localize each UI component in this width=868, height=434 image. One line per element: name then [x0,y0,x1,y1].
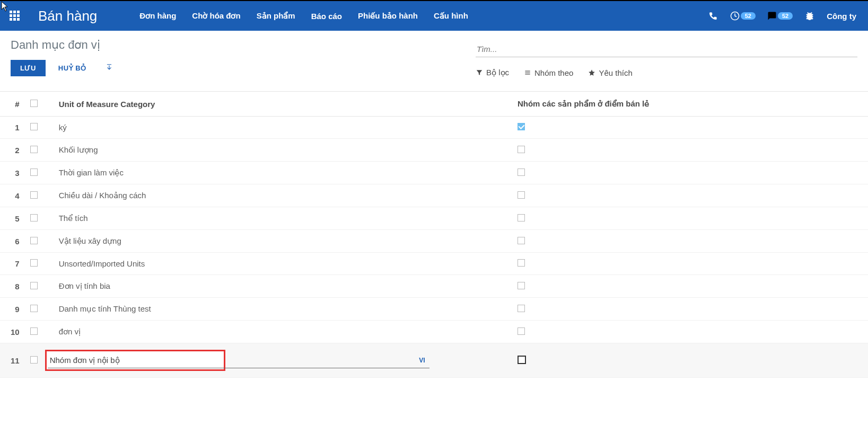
svg-rect-6 [10,18,12,21]
table-row[interactable]: 6Vật liệu xây dựng [0,230,868,253]
group-checkbox[interactable] [518,191,525,199]
row-name-cell[interactable]: Chiều dài / Khoảng cách [43,184,512,207]
filter-label: Bộ lọc [486,68,509,77]
group-checkbox[interactable] [518,356,526,364]
row-name-cell[interactable]: đơn vị [43,321,512,343]
search-input[interactable] [476,41,857,57]
row-select-checkbox[interactable] [30,191,38,199]
svg-rect-7 [13,18,16,21]
row-select-cell [25,230,43,253]
row-select-cell [25,275,43,298]
row-select-cell [25,343,43,378]
row-index: 2 [0,139,25,162]
svg-rect-5 [17,14,20,17]
svg-rect-8 [17,18,20,21]
row-group-cell [512,298,868,321]
select-all-checkbox[interactable] [30,100,38,107]
filter-button[interactable]: Bộ lọc [476,68,509,77]
row-group-cell [512,139,868,162]
row-group-cell [512,207,868,230]
table-row[interactable]: 8Đơn vị tính bia [0,275,868,298]
row-name-cell[interactable]: Vật liệu xây dựng [43,230,512,253]
star-icon [588,69,595,76]
row-select-checkbox[interactable] [30,123,38,130]
group-checkbox[interactable] [518,214,525,222]
nav-item-reports[interactable]: Báo cáo [304,7,349,25]
row-select-checkbox[interactable] [30,169,38,176]
nav-item-invoice[interactable]: Chờ hóa đơn [185,7,248,25]
group-checkbox[interactable] [518,327,525,335]
activity-badge: 52 [741,12,756,20]
translate-button[interactable]: VI [417,357,427,364]
row-select-checkbox[interactable] [30,305,38,312]
row-index: 11 [0,343,25,378]
row-name-cell[interactable]: Thể tích [43,207,512,230]
row-select-checkbox[interactable] [30,214,38,222]
row-group-cell [512,343,868,378]
row-select-checkbox[interactable] [30,327,38,335]
apps-menu-button[interactable] [0,1,30,31]
row-index: 9 [0,298,25,321]
table-row[interactable]: 4Chiều dài / Khoảng cách [0,184,868,207]
groupby-button[interactable]: Nhóm theo [524,68,573,77]
nav-item-orders[interactable]: Đơn hàng [132,7,183,25]
row-name-cell[interactable]: Thời gian làm việc [43,162,512,184]
table-row[interactable]: 5Thể tích [0,207,868,230]
svg-rect-1 [13,11,16,13]
row-select-checkbox[interactable] [30,146,38,153]
column-header-name[interactable]: Unit of Measure Category [43,92,512,117]
column-header-index[interactable]: # [0,92,25,117]
nav-item-warranty[interactable]: Phiếu bảo hành [350,7,425,25]
group-checkbox[interactable] [518,259,525,267]
table-row[interactable]: 3Thời gian làm việc [0,162,868,184]
svg-rect-0 [10,11,12,13]
row-select-cell [25,321,43,343]
export-button[interactable] [99,59,119,77]
table-row[interactable]: 1ký [0,117,868,139]
company-switcher[interactable]: Công ty [827,12,856,21]
row-select-checkbox[interactable] [30,356,38,364]
group-checkbox[interactable] [518,123,525,130]
row-index: 7 [0,253,25,275]
list-icon [524,69,531,76]
group-checkbox[interactable] [518,282,525,289]
group-checkbox[interactable] [518,169,525,176]
group-checkbox[interactable] [518,237,525,244]
row-group-cell [512,275,868,298]
group-checkbox[interactable] [518,305,525,312]
save-button[interactable]: LƯU [11,60,46,76]
row-select-checkbox[interactable] [30,237,38,244]
row-name-cell[interactable]: Đơn vị tính bia [43,275,512,298]
row-name-cell[interactable]: Unsorted/Imported Units [43,253,512,275]
row-select-checkbox[interactable] [30,259,38,267]
name-edit-input[interactable] [50,353,417,367]
row-select-cell [25,184,43,207]
table-edit-row[interactable]: 11VI [0,343,868,378]
row-name-cell[interactable]: ký [43,117,512,139]
column-header-select [25,92,43,117]
column-header-group[interactable]: Nhóm các sản phẩm ở điểm bán lẻ [512,92,868,117]
row-select-checkbox[interactable] [30,282,38,289]
row-name-cell[interactable]: Danh mục tính Thùng test [43,298,512,321]
table-row[interactable]: 10đơn vị [0,321,868,343]
table-row[interactable]: 2Khối lượng [0,139,868,162]
row-name-edit-cell: VI [43,343,512,378]
row-group-cell [512,253,868,275]
row-group-cell [512,162,868,184]
nav-item-products[interactable]: Sản phẩm [249,7,303,25]
phone-icon[interactable] [708,11,718,21]
module-title[interactable]: Bán hàng [34,8,107,24]
debug-icon[interactable] [804,11,815,21]
discard-button[interactable]: HUỶ BỎ [52,60,93,76]
activity-button[interactable]: 52 [730,11,756,21]
row-name-cell[interactable]: Khối lượng [43,139,512,162]
table-row[interactable]: 7Unsorted/Imported Units [0,253,868,275]
groupby-label: Nhóm theo [534,68,573,77]
group-checkbox[interactable] [518,146,525,153]
favorite-button[interactable]: Yêu thích [588,68,632,77]
clock-icon [730,11,740,21]
nav-item-config[interactable]: Cấu hình [426,7,476,25]
table-row[interactable]: 9Danh mục tính Thùng test [0,298,868,321]
messaging-button[interactable]: 52 [767,11,793,21]
row-index: 3 [0,162,25,184]
